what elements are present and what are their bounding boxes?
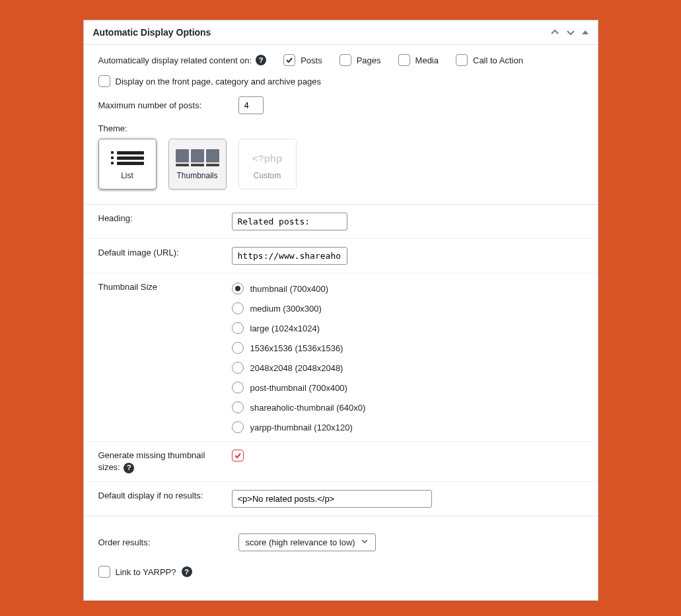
default-image-label: Default image (URL): [98, 247, 224, 265]
no-results-row: Default display if no results: [84, 482, 598, 516]
thumbnail-size-radio[interactable] [232, 401, 244, 413]
theme-settings: Heading: Default image (URL): Thumbnail … [84, 204, 598, 516]
list-icon [111, 149, 144, 167]
help-icon[interactable]: ? [124, 463, 134, 473]
panel-title: Automatic Display Options [93, 27, 211, 38]
media-checkbox[interactable] [398, 54, 410, 66]
no-results-input[interactable] [232, 490, 432, 508]
theme-custom[interactable]: <?php Custom [238, 139, 297, 189]
move-down-icon[interactable] [566, 28, 575, 37]
generate-missing-checkbox[interactable] [232, 450, 244, 462]
php-icon: <?php [252, 153, 282, 164]
heading-label: Heading: [98, 213, 224, 230]
order-results-select[interactable]: score (high relevance to low) [238, 533, 376, 551]
options-panel: Automatic Display Options Automatically … [83, 20, 598, 601]
posts-label: Posts [301, 55, 322, 65]
theme-list[interactable]: List [98, 139, 157, 189]
collapse-icon[interactable] [582, 29, 589, 36]
no-results-label: Default display if no results: [98, 490, 224, 508]
heading-row: Heading: [84, 205, 598, 239]
order-results-label: Order results: [98, 537, 224, 547]
thumbnail-size-radio[interactable] [232, 302, 244, 314]
media-label: Media [415, 55, 439, 65]
thumbnail-size-radio[interactable] [232, 283, 244, 294]
panel-controls [550, 28, 589, 37]
link-yarpp-label: Link to YARPP? [116, 567, 176, 577]
posts-checkbox[interactable] [283, 54, 295, 66]
thumbnail-size-radio[interactable] [232, 382, 244, 394]
pages-checkbox[interactable] [340, 54, 351, 66]
auto-display-label: Automatically display related content on… [98, 55, 252, 65]
cta-label: Call to Action [473, 55, 523, 65]
thumbnail-size-row: Thumbnail Size thumbnail (700x400) mediu… [84, 273, 598, 442]
generate-missing-row: Generate missing thumbnail sizes: ? [84, 442, 598, 482]
front-page-checkbox[interactable] [98, 75, 110, 87]
max-posts-row: Maximum number of posts: [98, 96, 583, 114]
theme-label: Theme: [98, 123, 583, 133]
default-image-row: Default image (URL): [84, 239, 598, 273]
help-icon[interactable]: ? [182, 566, 192, 577]
front-page-row: Display on the front page, category and … [98, 75, 583, 87]
pages-label: Pages [357, 55, 381, 65]
link-yarpp-row: Link to YARPP? ? [98, 566, 583, 578]
help-icon[interactable]: ? [256, 55, 266, 65]
link-yarpp-checkbox[interactable] [98, 566, 110, 578]
move-up-icon[interactable] [550, 28, 559, 37]
chevron-down-icon [361, 537, 369, 547]
front-page-label: Display on the front page, category and … [116, 77, 321, 86]
panel-body: Automatically display related content on… [84, 45, 598, 600]
cta-checkbox[interactable] [456, 54, 468, 66]
order-results-row: Order results: score (high relevance to … [98, 533, 583, 551]
panel-header: Automatic Display Options [84, 20, 598, 45]
thumbnail-size-radio[interactable] [232, 322, 244, 334]
thumbnails-icon [176, 149, 219, 166]
thumbnail-size-options: thumbnail (700x400) medium (300x300) lar… [232, 281, 366, 433]
max-posts-input[interactable] [238, 96, 264, 114]
max-posts-label: Maximum number of posts: [98, 100, 224, 110]
thumbnail-size-radio[interactable] [232, 362, 244, 374]
heading-input[interactable] [232, 213, 347, 230]
auto-display-row: Automatically display related content on… [98, 54, 583, 66]
theme-thumbnails[interactable]: Thumbnails [168, 139, 227, 189]
thumbnail-size-label: Thumbnail Size [98, 281, 224, 433]
thumbnail-size-radio[interactable] [232, 342, 244, 354]
default-image-input[interactable] [232, 247, 347, 265]
theme-selector: List Thumbnails <?php Custom [98, 139, 583, 189]
generate-missing-label: Generate missing thumbnail sizes: ? [98, 450, 224, 473]
thumbnail-size-radio[interactable] [232, 421, 244, 433]
